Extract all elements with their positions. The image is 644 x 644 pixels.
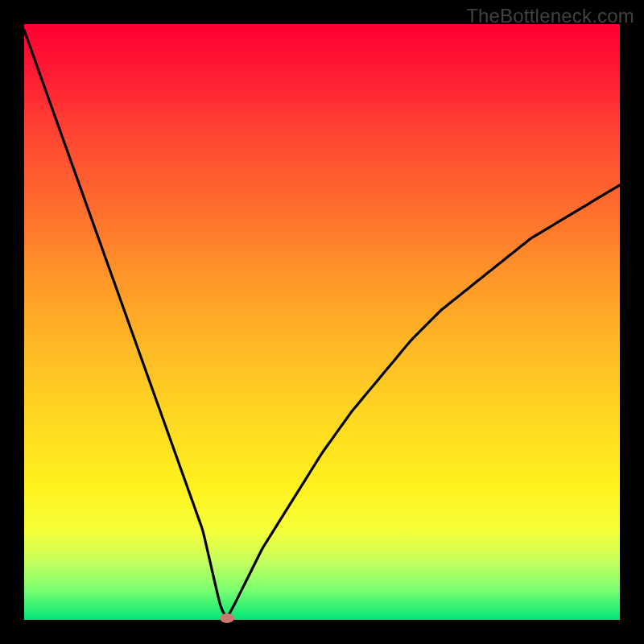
plot-gradient-background [24, 24, 620, 620]
chart-frame: TheBottleneck.com [0, 0, 644, 644]
minimum-marker [220, 613, 234, 623]
watermark-label: TheBottleneck.com [466, 5, 634, 27]
